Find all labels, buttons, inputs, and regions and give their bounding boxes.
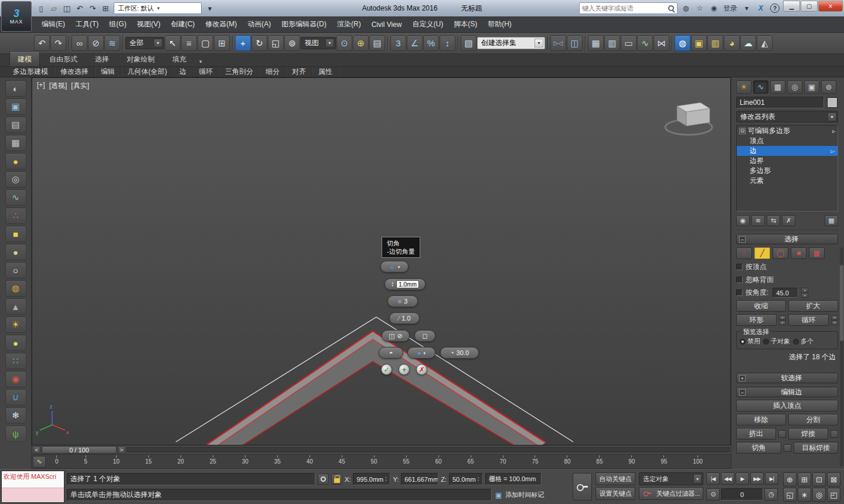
ribbon-tab-freeform[interactable]: 自由形式 [41,52,86,66]
scatter-tool-button[interactable]: ∷ [5,353,26,369]
make-unique-button[interactable]: ⇆ [767,215,780,226]
chamfer-type-button[interactable]: ▲ ▾ [380,261,409,273]
undo-button[interactable]: ↶ [34,35,50,51]
loop-button[interactable]: 循环 [788,314,829,326]
chevron-down-icon[interactable]: ▼ [325,39,334,47]
ribbon-item-1[interactable]: 多边形建模 [7,67,55,77]
ring-button[interactable]: 环形 [736,314,777,326]
track-bar-tick[interactable]: 75 [532,455,538,468]
tab-display[interactable]: ▣ [804,80,819,94]
open-chamfer-toggle[interactable]: ◫ ⊘ [382,330,410,342]
zoom-region-button[interactable]: ◱ [783,488,797,502]
track-bar-tick[interactable]: 65 [467,455,474,468]
pan-button[interactable]: ∗ [798,488,811,502]
time-slider[interactable]: < 0 / 100 > [32,445,731,455]
track-bar-tick[interactable]: 90 [628,455,635,468]
smooth-toggle[interactable]: ◓ [379,347,403,359]
ribbon-tab-object-paint[interactable]: 对象绘制 [118,52,163,66]
ribbon-item-9[interactable]: 对齐 [286,67,312,77]
vertex-subobject-button[interactable]: ∴ [736,247,752,259]
ribbon-item-10[interactable]: 属性 [312,67,339,77]
user-icon[interactable]: ◉ [708,2,720,14]
toggle-scene-explorer-button[interactable]: ▦ [588,35,604,51]
weld-button[interactable]: 焊接 [788,428,828,440]
track-bar-tick[interactable]: 35 [274,455,281,468]
info-center-search[interactable] [579,2,678,14]
rectangular-selection-region-button[interactable]: ▢ [198,35,213,51]
previous-frame-button[interactable]: < [33,446,40,454]
track-bar-tick[interactable]: 100 [693,455,703,468]
bind-to-space-warp-button[interactable]: ≋ [104,35,120,51]
spin-up-icon[interactable]: ▲ [801,288,808,292]
viewport-shading-label[interactable]: [真实] [71,81,89,91]
favorites-star-icon[interactable]: ☆ [694,2,706,14]
communication-center-icon[interactable]: ◍ [680,2,692,14]
foliage-object-button[interactable]: ψ [5,425,26,442]
extrude-settings-button[interactable] [778,430,786,438]
checkbox-icon[interactable] [736,290,743,296]
tab-modify[interactable]: ∿ [753,80,768,94]
stack-item-1[interactable]: ⊟可编辑多边形▹ [737,126,838,136]
close-button[interactable]: × [818,1,843,12]
track-bar-tick[interactable]: 85 [596,455,603,468]
track-bar-tick[interactable]: 60 [435,455,442,468]
blob-primitive-button[interactable]: ● [5,244,26,260]
zoom-extents-all-button[interactable]: ⊠ [827,472,840,486]
show-end-result-button[interactable]: ≋ [751,215,765,226]
ignore-backfacing-checkbox[interactable]: 忽略背面 [736,275,838,285]
spin-up-icon[interactable]: ▲ [831,315,838,320]
next-frame-button[interactable]: > [118,446,125,454]
rendered-frame-window-button[interactable]: ▥ [707,35,723,51]
sphere-primitive-button[interactable]: ○ [5,262,26,278]
viewport-pov-label[interactable]: [透视] [49,81,67,91]
track-bar-tick[interactable]: 5 [84,455,87,468]
open-mini-curve-editor-button[interactable]: ∿ [33,456,46,468]
select-and-link-button[interactable]: ∞ [72,35,87,51]
checkbox-icon[interactable] [736,277,743,283]
property-explorer-button[interactable]: ▦ [5,135,26,151]
panel-scrollbar[interactable] [840,247,843,466]
track-bar-tick[interactable]: 10 [113,455,120,468]
selection-lock-button[interactable] [331,474,342,485]
track-bar-tick[interactable]: 95 [661,455,667,468]
new-scene-button[interactable]: ▯ [35,2,47,14]
go-to-start-button[interactable]: |◀ [706,472,720,485]
spin-up-icon[interactable]: ▲ [779,315,786,320]
selection-set-dropdown[interactable]: 选定对象 ▼ [639,472,703,485]
modifier-list-dropdown[interactable]: 修改器列表 ▼ [736,111,838,122]
menu-item-3[interactable]: 组(G) [104,16,131,32]
tab-motion[interactable]: ◎ [787,80,802,94]
menu-item-11[interactable]: 自定义(U) [407,16,448,32]
stack-item-3[interactable]: 边▻ [737,146,838,156]
pin-stack-button[interactable]: ◉ [736,215,750,226]
chevron-down-icon[interactable]: ▾ [398,264,400,270]
object-color-swatch[interactable] [827,97,838,108]
ribbon-item-4[interactable]: 几何体(全部) [121,67,173,77]
auto-key-button[interactable]: 自动关键点 [595,472,635,485]
segments-value[interactable]: 3 [404,298,407,305]
menu-item-2[interactable]: 工具(T) [70,16,104,32]
time-slider-handle[interactable]: 0 / 100 [42,446,117,454]
track-bar-tick[interactable]: 70 [499,455,506,468]
time-tag-icon[interactable]: ▣ [495,491,502,499]
remove-modifier-button[interactable]: ✗ [782,215,795,226]
spinner-snap-toggle-button[interactable]: ↕ [440,35,455,51]
threshold-value[interactable]: 30.0 [457,349,469,356]
viewport[interactable]: [+] [透视] [真实] z x y [32,77,731,445]
viewport-menu-plus[interactable]: [+] [37,81,45,91]
open-file-button[interactable]: ▱ [48,2,60,14]
go-to-end-button[interactable]: ▶| [765,472,778,485]
extrude-button[interactable]: 挤出 [736,428,776,440]
toggle-layer-explorer-button[interactable]: ▥ [604,35,620,51]
material-ball-button[interactable]: ◉ [5,371,26,387]
menu-item-1[interactable]: 编辑(E) [36,16,70,32]
sign-in-chevron-icon[interactable]: ▾ [741,2,753,14]
chevron-down-icon[interactable]: ▾ [424,350,426,356]
isolate-selection-button[interactable] [318,474,329,485]
menu-item-4[interactable]: 视图(V) [132,16,166,32]
track-bar-tick[interactable]: 25 [210,455,216,468]
zoom-button[interactable]: ⊕ [783,472,797,486]
ribbon-tab-populate[interactable]: 填充 [164,52,195,66]
spin-down-icon[interactable]: ▼ [831,321,838,325]
tab-create[interactable]: ☀ [736,80,751,94]
